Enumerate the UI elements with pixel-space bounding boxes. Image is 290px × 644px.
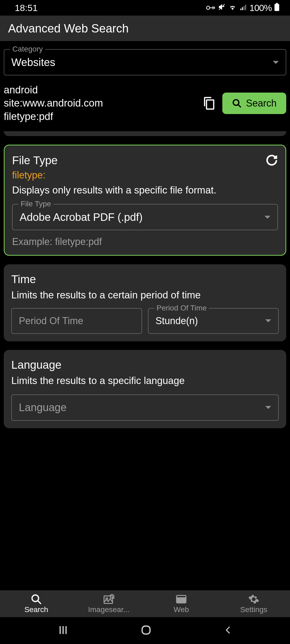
status-battery: 100% <box>249 3 272 13</box>
wifi-icon <box>229 3 237 12</box>
chevron-down-icon <box>273 61 279 64</box>
chevron-down-icon <box>265 319 271 322</box>
signal-icon <box>240 3 247 12</box>
mute-icon <box>218 3 225 12</box>
back-button[interactable] <box>223 624 233 637</box>
status-time: 18:51 <box>15 3 38 13</box>
bottom-nav: Search Imagesear... Web Settings <box>0 590 290 617</box>
page-title: Advanced Web Search <box>8 22 129 35</box>
language-card: Language Limits the results to a specifi… <box>4 350 286 428</box>
refresh-button[interactable] <box>266 154 278 166</box>
system-nav <box>0 617 290 644</box>
time-amount-placeholder: Period Of Time <box>12 315 83 327</box>
chevron-down-icon <box>264 216 270 219</box>
language-dropdown[interactable]: Language <box>11 394 279 421</box>
svg-rect-2 <box>240 9 241 10</box>
filetype-dropdown[interactable]: File Type Adobe Acrobat PDF (.pdf) <box>12 204 278 230</box>
category-label: Category <box>10 45 45 53</box>
filetype-value: Adobe Acrobat PDF (.pdf) <box>20 211 143 223</box>
search-button[interactable]: Search <box>222 93 286 114</box>
time-card: Time Limits the results to a certain per… <box>4 264 286 341</box>
svg-rect-6 <box>274 4 279 11</box>
language-title: Language <box>11 358 279 371</box>
svg-rect-5 <box>245 5 246 10</box>
time-unit-label: Period Of Time <box>154 304 209 312</box>
back-icon <box>223 624 233 636</box>
gear-icon <box>248 594 259 605</box>
time-unit-value: Stunde(n) <box>155 315 198 327</box>
recent-icon <box>57 624 69 636</box>
category-value: Websites <box>11 56 55 68</box>
filetype-title: File Type <box>12 154 58 167</box>
language-description: Limits the results to a specific languag… <box>11 375 279 387</box>
app-bar: Advanced Web Search <box>0 16 290 41</box>
filetype-operator: filetype: <box>12 170 278 181</box>
copy-button[interactable] <box>201 95 217 111</box>
nav-search[interactable]: Search <box>0 590 73 617</box>
chevron-down-icon <box>265 406 271 409</box>
image-search-icon <box>103 594 114 605</box>
time-title: Time <box>11 273 279 286</box>
recent-apps-button[interactable] <box>57 624 69 637</box>
copy-icon <box>203 97 215 110</box>
category-dropdown[interactable]: Category Websites <box>4 49 286 75</box>
filetype-description: Displays only results with a specific fi… <box>12 184 278 196</box>
language-placeholder: Language <box>19 401 67 414</box>
filetype-field-label: File Type <box>19 200 53 208</box>
search-icon <box>232 98 242 108</box>
refresh-icon <box>266 154 278 166</box>
svg-line-10 <box>238 105 241 108</box>
time-description: Limits the results to a certain period o… <box>11 289 279 301</box>
query-row: android site:www.android.com filetype:pd… <box>4 75 286 131</box>
filetype-example: Example: filetype:pdf <box>12 236 278 247</box>
svg-point-0 <box>206 6 210 9</box>
svg-point-11 <box>32 595 39 602</box>
svg-rect-3 <box>242 7 243 10</box>
web-icon <box>176 594 187 605</box>
status-icons <box>206 3 247 12</box>
battery-icon <box>274 3 279 13</box>
svg-line-16 <box>114 598 115 599</box>
svg-rect-8 <box>206 100 214 109</box>
nav-imagesearch[interactable]: Imagesear... <box>73 590 145 617</box>
home-icon <box>140 624 152 636</box>
svg-point-9 <box>233 100 239 105</box>
status-right: 100% <box>206 3 279 13</box>
search-icon <box>31 594 42 605</box>
filetype-card: File Type filetype: Displays only result… <box>4 145 286 256</box>
nav-web[interactable]: Web <box>145 590 218 617</box>
vpn-icon <box>206 3 215 12</box>
previous-card-edge <box>4 131 286 136</box>
time-amount-input[interactable]: Period Of Time <box>11 308 142 334</box>
query-text: android site:www.android.com filetype:pd… <box>4 83 195 123</box>
svg-rect-24 <box>142 626 150 634</box>
svg-rect-4 <box>244 6 245 10</box>
svg-rect-7 <box>276 3 278 4</box>
svg-line-12 <box>38 601 41 604</box>
home-button[interactable] <box>140 624 152 637</box>
time-unit-dropdown[interactable]: Period Of Time Stunde(n) <box>148 308 279 334</box>
nav-settings[interactable]: Settings <box>218 590 290 617</box>
status-bar: 18:51 <box>0 0 290 16</box>
